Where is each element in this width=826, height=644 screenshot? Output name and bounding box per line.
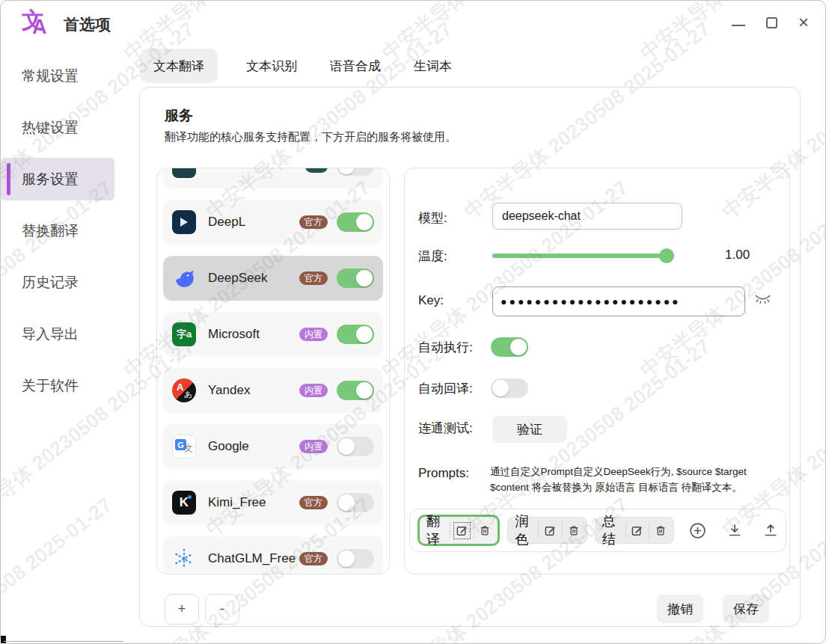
prompt-chip-label: 总结	[602, 512, 620, 548]
service-row-partial[interactable]	[163, 168, 383, 188]
auto-execute-toggle[interactable]	[491, 337, 528, 357]
sidebar-item-4[interactable]: 历史记录	[1, 257, 128, 308]
model-label: 模型:	[418, 209, 447, 227]
prompt-chip-2[interactable]: 总结	[595, 517, 674, 544]
tab-1[interactable]: 文本识别	[242, 49, 302, 83]
delete-prompt-icon[interactable]	[479, 524, 491, 536]
service-badge: 官方	[299, 552, 328, 565]
service-list[interactable]: DeepL官方DeepSeek官方字aMicrosoft内置AあYandex内置…	[156, 168, 390, 574]
tab-3[interactable]: 生词本	[409, 49, 456, 83]
minimize-button[interactable]	[732, 25, 745, 26]
service-row-chatglm_free[interactable]: ChatGLM_Free官方	[163, 536, 383, 574]
add-prompt-icon[interactable]	[689, 522, 706, 539]
service-badge	[305, 168, 328, 173]
service-row-deepl[interactable]: DeepL官方	[163, 200, 383, 245]
unknown-service-icon	[172, 168, 196, 178]
sidebar-item-1[interactable]: 热键设置	[1, 102, 128, 153]
delete-prompt-icon[interactable]	[568, 524, 580, 536]
microsoft-translator-icon: 字a	[172, 322, 196, 346]
window-title: 首选项	[64, 14, 111, 35]
temperature-label: 温度:	[418, 248, 447, 265]
app-logo-icon: 文 A	[20, 8, 52, 40]
sidebar-item-label: 历史记录	[22, 273, 79, 292]
prompts-label: Prompts:	[418, 466, 469, 481]
service-badge: 内置	[299, 440, 328, 453]
edit-prompt-icon[interactable]	[456, 524, 468, 537]
sidebar-item-label: 导入导出	[22, 325, 79, 344]
edit-prompt-icon[interactable]	[631, 524, 643, 537]
service-row-google[interactable]: G文Google内置	[163, 424, 383, 469]
service-badge: 官方	[299, 272, 328, 285]
service-name: Kimi_Free	[208, 495, 266, 510]
service-toggle[interactable]	[337, 437, 374, 456]
service-name: DeepL	[208, 215, 245, 230]
deepl-icon	[172, 210, 196, 234]
export-prompts-icon[interactable]	[763, 523, 778, 538]
service-row-yandex[interactable]: AあYandex内置	[163, 368, 383, 413]
model-input[interactable]	[492, 203, 682, 230]
yandex-icon: Aあ	[172, 378, 196, 402]
service-name: DeepSeek	[208, 271, 267, 286]
service-name: Microsoft	[208, 327, 260, 342]
sidebar-item-5[interactable]: 导入导出	[1, 308, 128, 360]
service-detail-panel: 模型: 温度: 1.00 Key: 自动执行: 自动回译: 连通测试: 验证 P…	[404, 168, 790, 574]
desktop-artifact	[1, 636, 6, 643]
title-bar: 文 A 首选项 ×	[1, 1, 825, 47]
prompt-chip-label: 翻译	[426, 512, 444, 548]
connectivity-test-label: 连通测试:	[418, 420, 473, 437]
sidebar-item-label: 关于软件	[22, 376, 79, 396]
sidebar-item-3[interactable]: 替换翻译	[1, 205, 128, 257]
save-button[interactable]: 保存	[723, 595, 769, 623]
prompt-chip-1[interactable]: 润色	[507, 517, 587, 544]
section-subtitle: 翻译功能的核心服务支持配置，下方开启的服务将被使用。	[165, 130, 456, 144]
remove-service-button[interactable]: -	[205, 594, 239, 625]
prompts-description: 通过自定义Prompt自定义DeepSeek行为, $source $targe…	[490, 464, 771, 496]
service-row-deepseek[interactable]: DeepSeek官方	[163, 256, 383, 301]
sidebar-item-label: 常规设置	[22, 67, 79, 86]
edit-prompt-icon[interactable]	[544, 524, 557, 537]
eye-closed-icon[interactable]	[754, 294, 771, 307]
service-toggle[interactable]	[337, 168, 374, 176]
add-service-button[interactable]: +	[165, 594, 199, 625]
service-toggle[interactable]	[337, 493, 374, 512]
key-label: Key:	[418, 293, 444, 308]
deepseek-icon	[172, 266, 196, 290]
google-translate-icon: G文	[172, 435, 196, 459]
desktop-artifact-line	[4, 641, 123, 642]
sidebar-item-2[interactable]: 服务设置	[1, 153, 128, 205]
verify-button[interactable]: 验证	[492, 416, 567, 443]
service-row-kimi_free[interactable]: KKimi_Free官方	[163, 480, 383, 525]
service-badge: 官方	[299, 496, 328, 509]
tab-bar: 文本翻译文本识别语音合成生词本	[140, 49, 456, 83]
sidebar-item-6[interactable]: 关于软件	[1, 360, 128, 411]
service-badge: 内置	[299, 384, 328, 397]
maximize-button[interactable]	[766, 17, 777, 28]
import-prompts-icon[interactable]	[727, 523, 742, 538]
settings-card: 服务 翻译功能的核心服务支持配置，下方开启的服务将被使用。 DeepL官方Dee…	[139, 87, 801, 627]
prompt-chip-label: 润色	[515, 512, 533, 548]
service-toggle[interactable]	[337, 212, 374, 232]
service-toggle[interactable]	[337, 269, 374, 288]
service-toggle[interactable]	[337, 325, 374, 344]
service-row-microsoft[interactable]: 字aMicrosoft内置	[163, 312, 383, 357]
service-toggle[interactable]	[337, 549, 374, 568]
undo-button[interactable]: 撤销	[657, 595, 703, 623]
auto-back-translate-toggle[interactable]	[491, 378, 528, 398]
tab-0[interactable]: 文本翻译	[140, 49, 218, 83]
temperature-slider[interactable]	[492, 254, 674, 258]
sidebar-item-0[interactable]: 常规设置	[1, 50, 128, 102]
prompt-chip-0[interactable]: 翻译	[417, 515, 500, 546]
service-name: Google	[208, 439, 249, 454]
close-button[interactable]: ×	[798, 16, 809, 29]
delete-prompt-icon[interactable]	[655, 524, 667, 536]
service-name: ChatGLM_Free	[208, 551, 296, 566]
api-key-input[interactable]	[492, 286, 745, 316]
slider-handle[interactable]	[659, 248, 674, 263]
selected-indicator-bar	[7, 163, 10, 195]
service-badge: 官方	[299, 215, 328, 229]
temperature-value: 1.00	[725, 248, 750, 263]
sidebar-item-label: 服务设置	[22, 170, 79, 189]
tab-2[interactable]: 语音合成	[325, 49, 385, 83]
auto-back-translate-label: 自动回译:	[418, 380, 473, 397]
service-toggle[interactable]	[337, 381, 374, 400]
